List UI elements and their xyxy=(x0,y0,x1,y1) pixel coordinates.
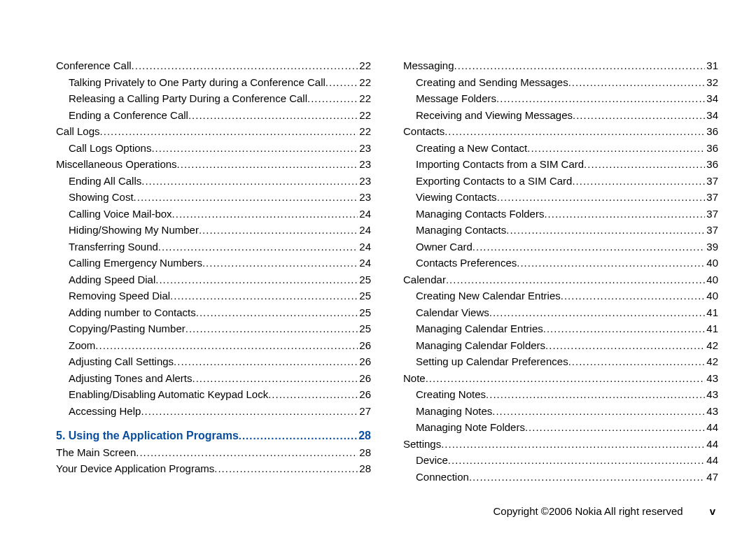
toc-entry: Managing Notes43 xyxy=(403,403,718,420)
toc-leader-dots xyxy=(543,320,706,337)
toc-left-column: Conference Call22Talking Privately to On… xyxy=(56,57,371,485)
toc-label: Call Logs Options xyxy=(69,140,151,157)
toc-entry: Message Folders34 xyxy=(403,90,718,107)
toc-page: 42 xyxy=(705,353,718,370)
toc-leader-dots xyxy=(192,370,358,387)
toc-page: 28 xyxy=(358,444,371,461)
columns: Conference Call22Talking Privately to On… xyxy=(56,57,715,485)
toc-entry: The Main Screen28 xyxy=(56,444,371,461)
toc-page: 43 xyxy=(705,370,718,387)
toc-page: 22 xyxy=(358,107,371,124)
toc-entry: Conference Call22 xyxy=(56,57,371,74)
toc-label: Enabling/Disabling Automatic Keypad Lock xyxy=(69,386,268,403)
toc-label: Calling Emergency Numbers xyxy=(69,255,202,271)
toc-leader-dots xyxy=(307,90,358,107)
toc-page: 44 xyxy=(705,436,718,453)
toc-label: Conference Call xyxy=(56,57,132,74)
toc-entry: Call Logs22 xyxy=(56,123,371,140)
toc-entry: Importing Contacts from a SIM Card36 xyxy=(403,156,718,173)
toc-label: Device xyxy=(416,452,448,469)
toc-entry: Miscellaneous Operations23 xyxy=(56,156,371,173)
toc-entry: Transferring Sound24 xyxy=(56,239,371,255)
toc-leader-dots xyxy=(568,74,706,91)
toc-entry: Ending a Conference Call22 xyxy=(56,107,371,124)
toc-page: 37 xyxy=(705,222,718,239)
toc-label: Releasing a Calling Party During a Confe… xyxy=(69,90,307,107)
toc-page: 32 xyxy=(705,74,718,91)
toc-label: Miscellaneous Operations xyxy=(56,156,177,173)
toc-entry: Your Device Application Programs28 xyxy=(56,460,371,477)
toc-entry: Talking Privately to One Party during a … xyxy=(56,74,371,91)
toc-leader-dots xyxy=(584,156,705,173)
toc-page: 25 xyxy=(358,271,371,288)
toc-entry: Viewing Contacts37 xyxy=(403,189,718,206)
toc-page: 23 xyxy=(358,156,371,173)
toc-entry: Note43 xyxy=(403,370,718,387)
toc-leader-dots xyxy=(525,419,705,436)
toc-label: Transferring Sound xyxy=(69,239,158,255)
toc-page: 26 xyxy=(358,337,371,354)
toc-page: 24 xyxy=(358,239,371,255)
toc-page: 24 xyxy=(358,206,371,222)
page: Conference Call22Talking Privately to On… xyxy=(0,0,756,545)
toc-entry: Adjusting Tones and Alerts26 xyxy=(56,370,371,387)
toc-page: 36 xyxy=(705,156,718,173)
toc-label: Managing Calendar Entries xyxy=(416,320,543,337)
toc-page: 43 xyxy=(705,403,718,420)
toc-page: 34 xyxy=(705,90,718,107)
toc-leader-dots xyxy=(214,460,358,477)
toc-entry: Copying/Pasting Number25 xyxy=(56,320,371,337)
toc-page: 37 xyxy=(705,189,718,206)
toc-entry: Calling Voice Mail-box24 xyxy=(56,206,371,222)
toc-page: 28 xyxy=(358,460,371,477)
toc-label: Calendar Views xyxy=(416,304,489,321)
toc-label: Adjusting Call Settings xyxy=(69,353,174,370)
toc-entry: Messaging31 xyxy=(403,57,718,74)
toc-label: Creating Notes xyxy=(416,386,486,403)
toc-leader-dots xyxy=(568,353,706,370)
toc-page: 40 xyxy=(705,255,718,271)
toc-page: 26 xyxy=(358,370,371,387)
toc-leader-dots xyxy=(544,206,705,222)
toc-leader-dots xyxy=(444,123,705,140)
toc-label: Creating and Sending Messages xyxy=(416,74,568,91)
toc-leader-dots xyxy=(136,444,358,461)
toc-page: 28 xyxy=(357,427,371,444)
toc-label: Receiving and Viewing Messages xyxy=(416,107,573,124)
toc-leader-dots xyxy=(268,386,358,403)
toc-label: Calendar xyxy=(403,271,446,288)
toc-entry: Creating a New Contact36 xyxy=(403,140,718,157)
toc-page: 42 xyxy=(705,337,718,354)
toc-entry: Contacts Preferences40 xyxy=(403,255,718,271)
toc-page: 24 xyxy=(358,255,371,271)
toc-label: Connection xyxy=(416,469,469,486)
toc-entry: Managing Contacts Folders37 xyxy=(403,206,718,222)
toc-label: Message Folders xyxy=(416,90,496,107)
toc-entry: Device44 xyxy=(403,452,718,469)
toc-leader-dots xyxy=(158,239,358,255)
toc-page: 31 xyxy=(705,57,718,74)
toc-label: Showing Cost xyxy=(69,189,134,206)
toc-leader-dots xyxy=(196,304,358,321)
toc-label: Ending a Conference Call xyxy=(69,107,188,124)
toc-leader-dots xyxy=(517,255,705,271)
toc-entry: Exporting Contacts to a SIM Card37 xyxy=(403,173,718,190)
toc-label: Managing Notes xyxy=(416,403,492,420)
toc-entry: Showing Cost23 xyxy=(56,189,371,206)
toc-page: 41 xyxy=(705,304,718,321)
toc-label: Setting up Calendar Preferences xyxy=(416,353,568,370)
toc-label: Your Device Application Programs xyxy=(56,460,214,477)
toc-entry: Call Logs Options23 xyxy=(56,140,371,157)
toc-label: Calling Voice Mail-box xyxy=(69,206,172,222)
copyright-text: Copyright ©2006 Nokia All right reserved xyxy=(493,505,682,517)
toc-leader-dots xyxy=(561,288,706,304)
toc-page: 22 xyxy=(358,90,371,107)
toc-leader-dots xyxy=(506,222,705,239)
toc-leader-dots xyxy=(172,206,358,222)
toc-leader-dots xyxy=(177,156,358,173)
toc-label: Owner Card xyxy=(416,239,472,255)
toc-page: 36 xyxy=(705,123,718,140)
toc-leader-dots xyxy=(186,320,358,337)
toc-entry: Calendar Views41 xyxy=(403,304,718,321)
toc-entry: Creating Notes43 xyxy=(403,386,718,403)
